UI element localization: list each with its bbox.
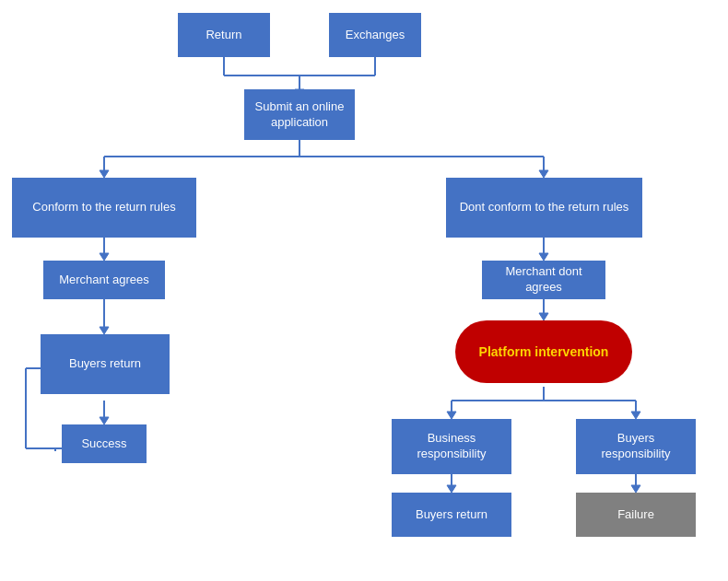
svg-marker-36: [631, 485, 640, 493]
submit-box: Submit an online application: [244, 89, 355, 140]
svg-marker-15: [100, 327, 109, 334]
buyers-resp-box: Buyers responsibility: [576, 419, 696, 474]
exchanges-box: Exchanges: [329, 13, 421, 57]
svg-marker-17: [100, 417, 109, 424]
failure-box: Failure: [576, 493, 696, 537]
merchant-agrees-box: Merchant agrees: [43, 261, 165, 299]
buyers-return-right-box: Buyers return: [392, 493, 511, 537]
svg-marker-8: [100, 170, 109, 178]
svg-marker-34: [447, 485, 456, 493]
merchant-dont-box: Merchant dont agrees: [482, 261, 605, 299]
conform-box: Conform to the return rules: [12, 178, 196, 238]
svg-marker-29: [447, 412, 456, 419]
svg-marker-23: [539, 253, 548, 261]
business-resp-box: Business responsibility: [392, 419, 511, 474]
dont-conform-box: Dont conform to the return rules: [446, 178, 642, 238]
svg-marker-11: [539, 170, 548, 178]
svg-marker-25: [539, 313, 548, 320]
platform-box: Platform intervention: [455, 320, 632, 383]
success-box: Success: [62, 424, 147, 463]
buyers-return-left-box: Buyers return: [41, 334, 170, 394]
svg-marker-32: [631, 412, 640, 419]
svg-marker-13: [100, 253, 109, 261]
flowchart-diagram: Return Exchanges Submit an online applic…: [0, 0, 728, 581]
return-box: Return: [178, 13, 270, 57]
